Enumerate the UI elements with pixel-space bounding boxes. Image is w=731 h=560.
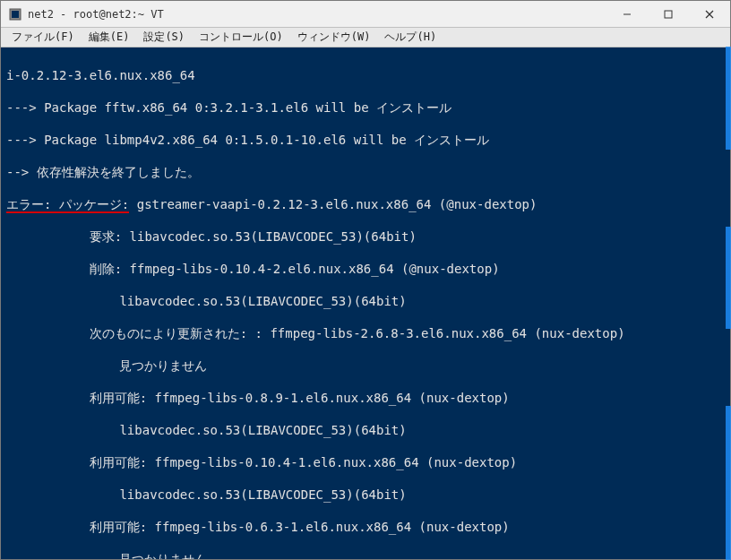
svg-rect-1 xyxy=(12,11,19,18)
error-label: エラー: パッケージ: xyxy=(6,197,129,213)
menu-window[interactable]: ウィンドウ(W) xyxy=(290,28,378,47)
app-icon xyxy=(8,7,22,22)
maximize-button[interactable] xyxy=(648,1,689,28)
error-rest: gstreamer-vaapi-0.2.12-3.el6.nux.x86_64 … xyxy=(129,197,537,211)
terminal-line: libavcodec.so.53(LIBAVCODEC_53)(64bit) xyxy=(6,422,725,438)
terminal-line: ---> Package fftw.x86_64 0:3.2.1-3.1.el6… xyxy=(6,99,725,116)
title-bar[interactable]: net2 - root@net2:~ VT xyxy=(1,1,730,28)
desktop-edge-decor xyxy=(726,47,731,560)
terminal-line: 要求: libavcodec.so.53(LIBAVCODEC_53)(64bi… xyxy=(6,228,725,245)
terminal-line: 見つかりません xyxy=(6,358,725,374)
error-line: エラー: パッケージ: gstreamer-vaapi-0.2.12-3.el6… xyxy=(6,196,725,212)
minimize-button[interactable] xyxy=(606,1,648,28)
terminal-line: 利用可能: ffmpeg-libs-0.6.3-1.el6.nux.x86_64… xyxy=(6,519,725,535)
terminal-line: 利用可能: ffmpeg-libs-0.8.9-1.el6.nux.x86_64… xyxy=(6,390,725,406)
menu-control[interactable]: コントロール(O) xyxy=(192,28,290,47)
svg-rect-3 xyxy=(665,11,672,18)
terminal-line: libavcodec.so.53(LIBAVCODEC_53)(64bit) xyxy=(6,293,725,309)
terminal-line: 見つかりません xyxy=(6,551,725,559)
terminal-line: 利用可能: ffmpeg-libs-0.10.4-1.el6.nux.x86_6… xyxy=(6,454,725,470)
window-title: net2 - root@net2:~ VT xyxy=(28,8,164,21)
terminal-line: 削除: ffmpeg-libs-0.10.4-2.el6.nux.x86_64 … xyxy=(6,261,725,277)
terminal-window: net2 - root@net2:~ VT ファイル(F) 編集(E) 設定(S… xyxy=(0,0,731,560)
menu-file[interactable]: ファイル(F) xyxy=(4,28,82,47)
title-controls xyxy=(606,1,730,28)
terminal-line: --> 依存性解決を終了しました。 xyxy=(6,164,725,180)
terminal-viewport[interactable]: i-0.2.12-3.el6.nux.x86_64 ---> Package f… xyxy=(1,47,730,559)
terminal-line: ---> Package libmp4v2.x86_64 0:1.5.0.1-1… xyxy=(6,132,725,148)
menu-setup[interactable]: 設定(S) xyxy=(136,28,192,47)
menu-help[interactable]: ヘルプ(H) xyxy=(377,28,443,47)
menu-edit[interactable]: 編集(E) xyxy=(82,28,137,47)
close-button[interactable] xyxy=(689,1,730,28)
terminal-line: i-0.2.12-3.el6.nux.x86_64 xyxy=(6,67,725,83)
terminal-line: 次のものにより更新された: : ffmpeg-libs-2.6.8-3.el6.… xyxy=(6,325,725,341)
terminal-line: libavcodec.so.53(LIBAVCODEC_53)(64bit) xyxy=(6,487,725,503)
menu-bar: ファイル(F) 編集(E) 設定(S) コントロール(O) ウィンドウ(W) ヘ… xyxy=(1,28,730,47)
